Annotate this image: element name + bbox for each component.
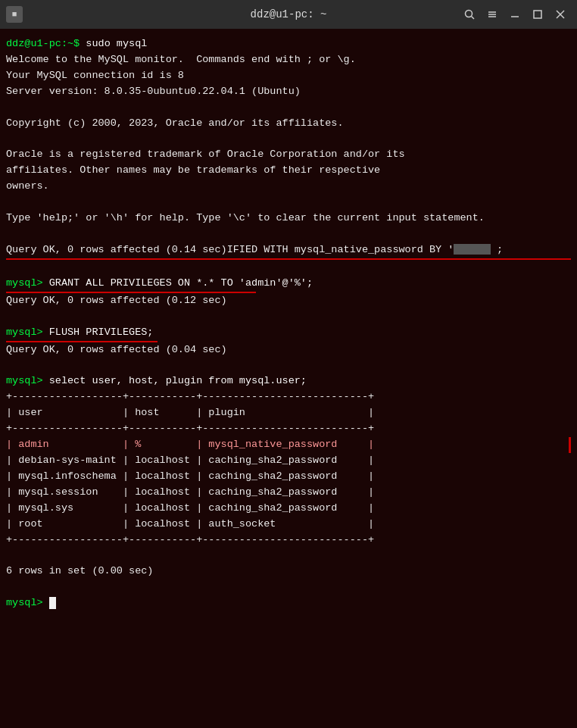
table-row-5: | mysql.sys | localhost | caching_sha2_p… <box>6 501 571 517</box>
blank-6 <box>6 309 571 325</box>
blank-9 <box>6 580 571 595</box>
blank-3 <box>6 195 571 211</box>
window-controls <box>459 4 571 25</box>
maximize-button[interactable] <box>527 4 548 25</box>
final-prompt-line: mysql> <box>6 595 571 611</box>
window-title: ddz@u1-pc: ~ <box>251 8 327 20</box>
table-row-4: | mysql.session | localhost | caching_sh… <box>6 485 571 501</box>
svg-point-0 <box>466 11 473 17</box>
table-row-admin: | admin | % | mysql_native_password | <box>6 437 571 453</box>
line-10: Query OK, 0 rows affected (0.14 sec)IFIE… <box>6 242 571 258</box>
menu-button[interactable] <box>482 4 503 25</box>
terminal-window: ■ ddz@u1-pc: ~ <box>0 0 577 728</box>
close-button[interactable] <box>550 4 571 25</box>
line-7: affiliates. Other names may be trademark… <box>6 163 571 179</box>
minimize-button[interactable] <box>504 4 526 25</box>
rows-in-set: 6 rows in set (0.00 sec) <box>6 564 571 580</box>
blank-4 <box>6 227 571 242</box>
blank-2 <box>6 132 571 148</box>
prompt-3: mysql> <box>6 327 49 338</box>
line-14: Query OK, 0 rows affected (0.04 sec) <box>6 342 571 358</box>
line-11: mysql> GRANT ALL PRIVILEGES ON *.* TO 'a… <box>6 276 571 292</box>
blank-8 <box>6 548 571 564</box>
admin-row: | admin | % | mysql_native_password | <box>6 437 571 453</box>
query-ok-redacted: Query OK, 0 rows affected (0.14 sec)IFIE… <box>6 242 571 258</box>
select-cmd: select user, host, plugin from mysql.use… <box>49 375 307 386</box>
blank-7 <box>6 358 571 373</box>
terminal-icon: ■ <box>6 6 23 23</box>
terminal-body[interactable]: ddz@u1-pc:~$ sudo mysql Welcome to the M… <box>0 29 577 728</box>
flush-cmd: FLUSH PRIVILEGES; <box>49 327 154 338</box>
flush-command-block: mysql> FLUSH PRIVILEGES; <box>6 325 571 341</box>
line-3: Your MySQL connection id is 8 <box>6 68 571 84</box>
line-15: mysql> select user, host, plugin from my… <box>6 373 571 389</box>
line-6: Oracle is a registered trademark of Orac… <box>6 147 571 163</box>
prompt-4: mysql> <box>6 375 49 386</box>
line-12: Query OK, 0 rows affected (0.12 sec) <box>6 293 571 309</box>
terminal-cursor <box>49 597 56 609</box>
blank-5 <box>6 260 571 276</box>
table-row-3: | mysql.infoschema | localhost | caching… <box>6 469 571 485</box>
line-1: ddz@u1-pc:~$ sudo mysql <box>6 36 571 52</box>
table-border-1: +------------------+-----------+--------… <box>6 389 571 405</box>
prompt-2: mysql> <box>6 277 49 289</box>
search-button[interactable] <box>459 4 480 25</box>
line-9: Type 'help;' or '\h' for help. Type '\c'… <box>6 211 571 227</box>
table-row-6: | root | localhost | auth_socket | <box>6 517 571 533</box>
table-header: | user | host | plugin | <box>6 405 571 421</box>
line-13: mysql> FLUSH PRIVILEGES; <box>6 325 571 341</box>
blank-1 <box>6 100 571 116</box>
prompt-1: ddz@u1-pc:~$ <box>6 38 86 49</box>
line-5: Copyright (c) 2000, 2023, Oracle and/or … <box>6 116 571 132</box>
grant-cmd: GRANT ALL PRIVILEGES ON *.* TO 'admin'@'… <box>49 277 313 289</box>
table-border-3: +------------------+-----------+--------… <box>6 533 571 548</box>
line-4: Server version: 8.0.35-0ubuntu0.22.04.1 … <box>6 84 571 100</box>
svg-line-1 <box>472 17 475 20</box>
titlebar-left: ■ <box>6 6 23 23</box>
cmd-1: sudo mysql <box>86 38 147 49</box>
svg-rect-6 <box>534 11 541 18</box>
table-row-2: | debian-sys-maint | localhost | caching… <box>6 453 571 469</box>
grant-command-block: mysql> GRANT ALL PRIVILEGES ON *.* TO 'a… <box>6 276 571 292</box>
titlebar: ■ ddz@u1-pc: ~ <box>0 0 577 29</box>
line-2: Welcome to the MySQL monitor. Commands e… <box>6 52 571 68</box>
prompt-final: mysql> <box>6 597 49 608</box>
redacted-password <box>454 244 491 255</box>
line-8: owners. <box>6 179 571 195</box>
table-border-2: +------------------+-----------+--------… <box>6 421 571 437</box>
